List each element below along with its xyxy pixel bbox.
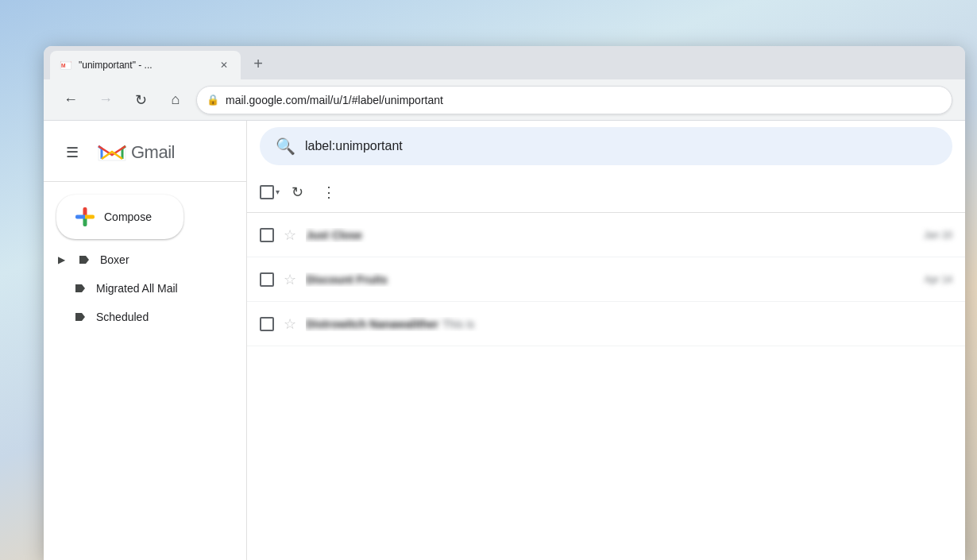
sidebar-item-label-scheduled: Scheduled xyxy=(96,311,149,323)
gmail-header: ☰ G xyxy=(44,127,246,178)
email-preview-3: This is xyxy=(442,318,474,330)
sidebar-item-scheduled[interactable]: Scheduled xyxy=(50,303,240,331)
url-text: mail.google.com/mail/u/1/#label/unimport… xyxy=(226,94,443,106)
email-content-1: Just Close xyxy=(306,228,914,242)
tab-close-button[interactable]: ✕ xyxy=(217,58,231,72)
select-all-checkbox[interactable] xyxy=(260,185,274,199)
tab-favicon: M xyxy=(60,59,72,71)
sidebar-item-boxer[interactable]: ▶ Boxer xyxy=(50,245,240,274)
home-button[interactable]: ⌂ xyxy=(161,86,190,114)
back-button[interactable]: ← xyxy=(56,86,85,114)
address-bar[interactable]: 🔒 mail.google.com/mail/u/1/#label/unimpo… xyxy=(196,86,952,114)
email-date-2: Apr 14 xyxy=(925,274,952,285)
compose-label: Compose xyxy=(104,210,152,223)
email-row[interactable]: ☆ Just Close Jan 10 xyxy=(247,213,965,257)
search-bar: 🔍 label:unimportant xyxy=(247,121,965,172)
email-list: ☆ Just Close Jan 10 ☆ Discount Fruits Ap… xyxy=(247,213,965,560)
gmail-wordmark: Gmail xyxy=(131,142,175,163)
star-button-2[interactable]: ☆ xyxy=(284,271,296,288)
tab-bar: M "unimportant" - ... ✕ + xyxy=(44,46,965,79)
email-row[interactable]: ☆ Distrowitch Nanawalither This is xyxy=(247,302,965,346)
ssl-lock-icon: 🔒 xyxy=(207,94,219,106)
gmail-content: ☰ G xyxy=(44,121,965,560)
boxer-tag-icon xyxy=(78,253,91,266)
gmail-m-logo-icon: G xyxy=(96,141,128,164)
hamburger-icon: ☰ xyxy=(66,144,79,161)
more-options-button[interactable]: ⋮ xyxy=(315,178,343,207)
active-tab[interactable]: M "unimportant" - ... ✕ xyxy=(50,51,241,79)
scheduled-tag-icon xyxy=(74,311,87,323)
compose-button[interactable]: Compose xyxy=(56,195,183,239)
navigation-bar: ← → ↻ ⌂ 🔒 mail.google.com/mail/u/1/#labe… xyxy=(44,79,965,121)
forward-button[interactable]: → xyxy=(91,86,120,114)
main-area: 🔍 label:unimportant ▾ ↻ ⋮ ☆ xyxy=(247,121,965,560)
new-tab-button[interactable]: + xyxy=(244,49,272,78)
email-sender-1: Just Close xyxy=(306,229,362,241)
sidebar-divider xyxy=(44,181,246,182)
star-button-3[interactable]: ☆ xyxy=(284,315,296,333)
sidebar-item-migrated-all-mail[interactable]: Migrated All Mail xyxy=(50,274,240,303)
tab-title: "unimportant" - ... xyxy=(79,60,210,71)
search-query-text: label:unimportant xyxy=(305,139,403,153)
search-input-container[interactable]: 🔍 label:unimportant xyxy=(260,127,952,165)
select-dropdown-arrow[interactable]: ▾ xyxy=(276,187,280,196)
email-date-1: Jan 10 xyxy=(924,230,952,241)
sidebar-nav: ▶ Boxer Migrated All Mail xyxy=(44,245,246,331)
compose-plus-icon xyxy=(75,207,95,226)
email-content-3: Distrowitch Nanawalither This is xyxy=(306,317,943,331)
email-sender-3: Distrowitch Nanawalither xyxy=(306,318,438,330)
reload-button[interactable]: ↻ xyxy=(126,86,155,114)
sidebar-item-label-boxer: Boxer xyxy=(100,253,129,266)
svg-text:M: M xyxy=(61,63,66,68)
email-sender-2: Discount Fruits xyxy=(306,273,388,286)
browser-window: M "unimportant" - ... ✕ + ← → ↻ ⌂ 🔒 mail… xyxy=(44,46,965,560)
email-checkbox-1[interactable] xyxy=(260,228,274,242)
email-checkbox-2[interactable] xyxy=(260,272,274,287)
refresh-button[interactable]: ↻ xyxy=(283,178,311,207)
sidebar: ☰ G xyxy=(44,121,247,560)
search-icon[interactable]: 🔍 xyxy=(276,137,295,156)
email-checkbox-3[interactable] xyxy=(260,317,274,331)
email-content-2: Discount Fruits xyxy=(306,272,915,287)
sidebar-item-label-migrated: Migrated All Mail xyxy=(96,282,178,295)
star-button-1[interactable]: ☆ xyxy=(284,226,296,244)
gmail-logo-area: G Gmail xyxy=(96,141,175,164)
email-row[interactable]: ☆ Discount Fruits Apr 14 xyxy=(247,257,965,302)
migrated-tag-icon xyxy=(74,282,87,295)
hamburger-menu-button[interactable]: ☰ xyxy=(56,137,88,168)
select-all-container[interactable]: ▾ xyxy=(260,185,280,199)
email-toolbar: ▾ ↻ ⋮ xyxy=(247,172,965,213)
expand-icon: ▶ xyxy=(58,254,65,265)
